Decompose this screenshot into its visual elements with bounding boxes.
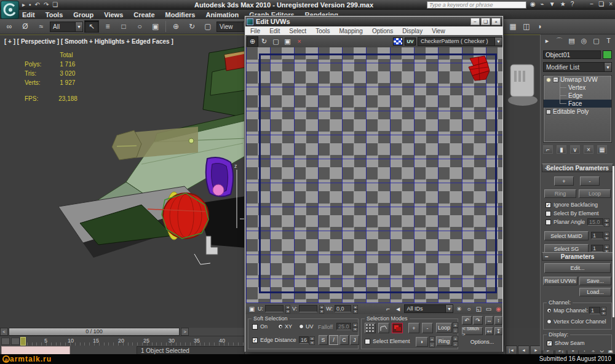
track-bar-frame-indicator[interactable]: [20, 337, 26, 346]
vertex-mode-icon[interactable]: [365, 323, 376, 333]
uvw-menu-view[interactable]: View: [432, 28, 445, 34]
grow-uv-selection-button[interactable]: +: [554, 176, 574, 186]
offset-mode-icon[interactable]: ◄: [394, 304, 402, 313]
falloff-field[interactable]: 25.0: [336, 323, 351, 330]
grow-selection-button[interactable]: +: [408, 323, 419, 333]
sg-field[interactable]: 1: [591, 245, 603, 252]
create-tab-icon[interactable]: ▸: [542, 36, 552, 46]
options-button[interactable]: Options...: [462, 338, 502, 346]
search-input[interactable]: Type a keyword or phrase: [427, 1, 526, 9]
material-id-dropdown[interactable]: All IDs ▼: [404, 304, 453, 313]
load-uvws-button[interactable]: Load...: [579, 288, 611, 296]
stack-item-vertex[interactable]: Vertex: [544, 84, 611, 92]
render-setup-icon[interactable]: ▦: [506, 20, 520, 33]
object-color-swatch[interactable]: [603, 50, 612, 59]
help-icon[interactable]: ?: [571, 1, 574, 7]
uv-space-toggle-icon[interactable]: UV: [405, 38, 416, 46]
checkbox-box[interactable]: [252, 324, 258, 330]
vertex-color-radio[interactable]: Vertex Color Channel: [547, 318, 606, 325]
paint-size-spinner[interactable]: +−: [429, 336, 435, 347]
close-button[interactable]: ×: [609, 1, 613, 7]
select-element-checkbox[interactable]: Select Element: [365, 338, 410, 344]
make-unique-icon[interactable]: ∨: [570, 145, 580, 154]
select-object-icon[interactable]: ↖: [84, 20, 99, 33]
communication-icon[interactable]: ▼: [549, 1, 555, 7]
uvw-menu-tools[interactable]: Tools: [315, 28, 330, 34]
show-seam-checkbox[interactable]: ✓ Show Seam: [547, 340, 585, 346]
radio-dot[interactable]: [547, 308, 552, 313]
select-by-name-icon[interactable]: ≡: [100, 20, 115, 33]
map-channel-spinner[interactable]: ▲▼: [601, 307, 606, 315]
minimize-button[interactable]: −: [590, 1, 593, 7]
uv-radio[interactable]: UV: [299, 323, 314, 330]
mirror-horizontal-icon[interactable]: ↔: [485, 316, 493, 325]
radio-dot[interactable]: [547, 319, 552, 324]
stack-item-edge[interactable]: Edge: [544, 92, 611, 100]
ignore-backfacing-checkbox[interactable]: ✓ Ignore Backfacing: [546, 202, 598, 208]
select-and-scale-icon[interactable]: ▢: [200, 20, 215, 33]
next-frame-arrow[interactable]: >: [181, 328, 189, 336]
u-spinner[interactable]: ▲▼: [285, 305, 290, 313]
select-and-rotate-icon[interactable]: ↻: [184, 20, 199, 33]
modifier-stack[interactable]: − Unwrap UVW Vertex Edge Face Editable P…: [543, 75, 612, 143]
lock-selection-icon[interactable]: ▣: [248, 304, 256, 313]
falloff-smooth-curve-icon[interactable]: S: [319, 335, 328, 345]
mirror-uv-icon[interactable]: ×: [293, 36, 305, 47]
checkbox-check[interactable]: ✓: [252, 338, 258, 343]
checkbox-box[interactable]: [546, 220, 551, 225]
edit-uvws-titlebar[interactable]: Edit UVWs − ❏ ×: [245, 17, 502, 26]
loop-spinner[interactable]: +−: [453, 322, 458, 333]
falloff-spinner[interactable]: ▲▼: [352, 323, 358, 331]
remove-modifier-icon[interactable]: ×: [584, 145, 593, 154]
menu-group[interactable]: Group: [73, 11, 93, 18]
unlink-selection-icon[interactable]: Ø: [18, 20, 33, 33]
menu-edit[interactable]: Edit: [22, 11, 35, 18]
collapse-icon[interactable]: −: [553, 77, 558, 82]
mirror-vertical-icon[interactable]: ↕: [494, 316, 502, 325]
rotate-minus90-icon[interactable]: ↶: [462, 316, 472, 325]
3dsmax-logo[interactable]: [1, 1, 19, 19]
window-crossing-icon[interactable]: ▣: [148, 20, 163, 33]
menu-modifiers[interactable]: Modifiers: [165, 11, 196, 18]
select-and-move-icon[interactable]: ⊕: [169, 20, 183, 33]
go-to-start-button[interactable]: |◄: [506, 346, 517, 355]
pin-stack-icon[interactable]: ⌐: [543, 145, 553, 154]
rectangular-selection-icon[interactable]: □: [116, 20, 131, 33]
previous-frame-button[interactable]: ◄: [518, 346, 530, 355]
uv-editor-canvas[interactable]: [246, 47, 502, 303]
uvw-menu-file[interactable]: File: [250, 28, 260, 34]
open-icon[interactable]: ▸: [22, 1, 25, 8]
w-value-field[interactable]: 0,0: [335, 305, 351, 312]
edge-distance-spinner[interactable]: ▲▼: [309, 336, 315, 344]
save-icon[interactable]: ▪: [29, 1, 31, 8]
bind-to-spacewarp-icon[interactable]: ≈: [34, 20, 49, 33]
move-uv-icon[interactable]: ⊕: [247, 36, 258, 47]
checkbox-box[interactable]: [546, 211, 551, 216]
zoom-icon[interactable]: ○: [465, 304, 473, 313]
track-bar[interactable]: 5 10 15 20 25 30 35 40: [0, 336, 245, 346]
matid-spinner[interactable]: ▲▼: [604, 232, 609, 240]
v-spinner[interactable]: ▲▼: [319, 305, 324, 313]
uvw-menu-edit[interactable]: Edit: [269, 28, 280, 34]
restore-button[interactable]: ❏: [598, 1, 604, 7]
minimize-button[interactable]: −: [470, 18, 480, 25]
panel-scrollbar[interactable]: [613, 166, 614, 317]
object-name-field[interactable]: Object01: [543, 50, 601, 59]
zoom-region-icon[interactable]: ◱: [475, 304, 483, 313]
v-value-field[interactable]: [299, 305, 317, 312]
checkbox-box[interactable]: [365, 339, 370, 344]
new-scene-icon[interactable]: ❏: [52, 1, 58, 8]
soft-selection-on-checkbox[interactable]: On: [252, 323, 268, 330]
w-spinner[interactable]: ▲▼: [353, 305, 358, 313]
selected-uv-faces[interactable]: [465, 55, 492, 83]
select-matid-button[interactable]: Select MatID: [544, 231, 589, 240]
collapse-icon[interactable]: −: [545, 253, 549, 261]
stack-item-unwrap-uvw[interactable]: − Unwrap UVW: [544, 76, 611, 84]
u-value-field[interactable]: [265, 305, 284, 312]
scale-uv-icon[interactable]: ▢: [270, 36, 282, 47]
rendered-frame-icon[interactable]: ◫: [519, 20, 534, 33]
previous-frame-arrow[interactable]: <: [0, 328, 8, 336]
search-icon[interactable]: ◉: [530, 1, 536, 7]
restore-button[interactable]: ❏: [481, 18, 490, 25]
planar-angle-spinner[interactable]: ▲▼: [604, 218, 609, 226]
